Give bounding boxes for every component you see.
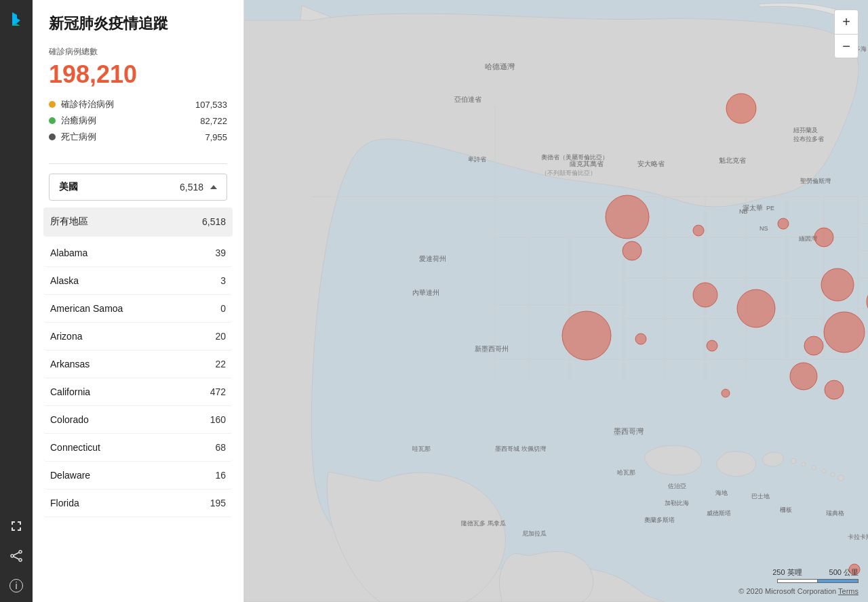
svg-point-98: [562, 311, 611, 360]
svg-text:墨西哥灣: 墨西哥灣: [614, 427, 644, 435]
region-name: California: [50, 386, 90, 397]
sidebar-content: 新冠肺炎疫情追蹤 確診病例總數 198,210 確診待治病例 107,533 治…: [33, 0, 243, 602]
svg-point-103: [825, 380, 844, 399]
region-name: Florida: [50, 498, 79, 508]
svg-point-9: [812, 466, 816, 470]
copyright-text: © 2020 Microsoft Corporation: [738, 587, 836, 595]
map-area[interactable]: 哈德遜灣 奧德省（美屬哥倫比亞） 卑詩省 （不列顛哥倫比亞） 薩克其萬省 安大略…: [244, 0, 868, 602]
region-item[interactable]: California 472: [43, 378, 233, 406]
scale-white-bar: [777, 579, 818, 583]
share-icon[interactable]: [9, 549, 23, 565]
svg-text:卡拉卡斯: 卡拉卡斯: [848, 534, 868, 540]
region-name: American Samoa: [50, 303, 123, 314]
region-count: 16: [215, 470, 226, 481]
svg-point-100: [707, 340, 717, 351]
sidebar-icon-bar: i: [0, 0, 33, 602]
sidebar: i 新冠肺炎疫情追蹤 確診病例總數 198,210 確診待治病例 107,533…: [0, 0, 244, 602]
region-item[interactable]: Connecticut 68: [43, 434, 233, 462]
region-count: 472: [210, 386, 226, 397]
scale-bar: 250 英哩 500 公里: [772, 567, 859, 583]
zoom-out-button[interactable]: −: [834, 34, 859, 58]
bing-logo-icon: [7, 9, 26, 33]
svg-point-102: [790, 363, 817, 390]
svg-line-4: [14, 553, 19, 555]
region-item[interactable]: Arizona 20: [43, 323, 233, 350]
scale-blue-bar: [818, 579, 859, 583]
region-list[interactable]: 所有地區 6,518 Alabama 39 Alaska 3 American …: [33, 207, 243, 602]
svg-point-8: [802, 462, 806, 466]
recovered-value: 82,722: [200, 116, 227, 126]
all-regions-item[interactable]: 所有地區 6,518: [43, 207, 233, 237]
region-item[interactable]: Alabama 39: [43, 239, 233, 267]
svg-text:卑詩省: 卑詩省: [468, 156, 486, 163]
divider: [49, 163, 227, 164]
svg-text:新墨西哥州: 新墨西哥州: [475, 345, 509, 353]
chevron-up-icon: [210, 185, 217, 189]
svg-text:內華達州: 內華達州: [412, 289, 439, 296]
region-item[interactable]: Arkansas 22: [43, 350, 233, 378]
svg-line-5: [14, 557, 19, 559]
svg-text:NS: NS: [760, 225, 768, 232]
svg-text:聖勞倫斯灣: 聖勞倫斯灣: [800, 178, 831, 184]
svg-point-96: [778, 218, 789, 229]
svg-point-97: [693, 225, 704, 236]
svg-text:愛達荷州: 愛達荷州: [419, 255, 446, 262]
svg-text:佐治亞: 佐治亞: [668, 483, 686, 489]
svg-text:奧蘭多斯塔: 奧蘭多斯塔: [644, 517, 675, 523]
region-item[interactable]: Alaska 3: [43, 267, 233, 295]
active-stat-row: 確診待治病例 107,533: [49, 98, 227, 111]
scale-500km: 500 公里: [829, 567, 859, 578]
svg-text:墨西哥城 坎佩切灣: 墨西哥城 坎佩切灣: [495, 445, 546, 452]
region-count: 39: [215, 247, 226, 258]
svg-point-79: [623, 241, 642, 260]
svg-point-82: [814, 228, 833, 247]
zoom-in-button[interactable]: +: [834, 9, 859, 34]
country-selector[interactable]: 美國 6,518: [49, 174, 227, 201]
svg-point-99: [635, 334, 646, 344]
map-svg: 哈德遜灣 奧德省（美屬哥倫比亞） 卑詩省 （不列顛哥倫比亞） 薩克其萬省 安大略…: [244, 0, 868, 602]
region-name: Colorado: [50, 414, 89, 425]
total-count: 198,210: [49, 60, 227, 89]
svg-text:加勒比海: 加勒比海: [665, 500, 689, 506]
region-name: Alabama: [50, 247, 87, 258]
region-item[interactable]: Delaware 16: [43, 462, 233, 489]
deaths-label: 死亡病例: [61, 131, 96, 143]
svg-point-2: [19, 559, 22, 561]
svg-text:拉布拉多省: 拉布拉多省: [793, 136, 824, 142]
svg-text:隆德瓦多 馬拿瓜: 隆德瓦多 馬拿瓜: [461, 520, 506, 527]
scale-graphic: [777, 579, 859, 583]
active-value: 107,533: [195, 100, 227, 110]
region-item[interactable]: Florida 195: [43, 489, 233, 517]
svg-text:哇瓦那: 哇瓦那: [412, 445, 431, 452]
region-item[interactable]: American Samoa 0: [43, 295, 233, 323]
svg-text:柵板: 柵板: [780, 506, 792, 513]
deaths-stat-row: 死亡病例 7,955: [49, 131, 227, 143]
recovered-stat-row: 治癒病例 82,722: [49, 115, 227, 127]
svg-point-7: [791, 458, 796, 464]
region-name: Arizona: [50, 331, 82, 342]
total-label: 確診病例總數: [49, 46, 227, 58]
region-count: 68: [215, 442, 226, 453]
svg-point-77: [606, 195, 649, 239]
svg-text:薩克其萬省: 薩克其萬省: [570, 160, 604, 167]
scale-labels: 250 英哩 500 公里: [772, 567, 859, 578]
info-icon[interactable]: i: [9, 579, 23, 593]
region-count: 0: [220, 303, 226, 314]
svg-text:哈瓦那: 哈瓦那: [617, 469, 635, 476]
region-name: Connecticut: [50, 442, 100, 453]
terms-link[interactable]: Terms: [838, 587, 859, 595]
svg-text:亞伯達省: 亞伯達省: [454, 96, 481, 103]
region-count: 6,518: [202, 216, 226, 227]
svg-point-12: [838, 475, 844, 481]
svg-point-101: [722, 389, 730, 397]
region-name: 所有地區: [50, 216, 88, 228]
svg-point-10: [822, 469, 826, 473]
svg-point-3: [11, 555, 14, 557]
svg-text:尼加拉瓜: 尼加拉瓜: [522, 530, 547, 537]
expand-icon[interactable]: [9, 519, 23, 536]
svg-point-78: [726, 94, 756, 123]
region-item[interactable]: Colorado 160: [43, 406, 233, 434]
svg-text:安大略省: 安大略省: [637, 160, 665, 167]
country-count-right: 6,518: [180, 182, 217, 193]
svg-text:PE: PE: [766, 205, 774, 212]
